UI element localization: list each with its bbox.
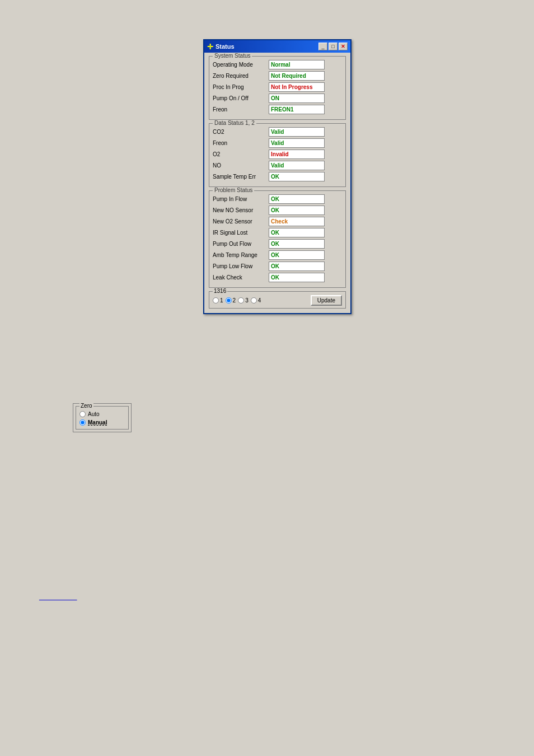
zero-group: Zero Auto Manual xyxy=(76,406,129,430)
operating-mode-row: Operating Mode Normal xyxy=(213,60,342,69)
no-label: NO xyxy=(213,162,269,169)
pump-in-flow-value: OK xyxy=(269,194,325,204)
amb-temp-range-row: Amb Temp Range OK xyxy=(213,250,342,260)
bottom-section: 1316 1 2 3 4 Update xyxy=(209,291,346,309)
zero-auto-row: Auto xyxy=(79,411,125,417)
radio-2-label: 2 xyxy=(233,297,236,304)
zero-manual-radio[interactable] xyxy=(79,419,86,426)
new-no-sensor-label: New NO Sensor xyxy=(213,207,269,213)
problem-status-label: Problem Status xyxy=(213,187,254,193)
new-no-sensor-row: New NO Sensor OK xyxy=(213,206,342,215)
status-window: ✛ Status _ □ ✕ System Status Operating M… xyxy=(203,39,352,314)
co2-value: Valid xyxy=(269,127,325,137)
pump-in-flow-row: Pump In Flow OK xyxy=(213,194,342,204)
pump-low-flow-label: Pump Low Flow xyxy=(213,263,269,269)
o2-value: Invalid xyxy=(269,150,325,159)
zero-required-label: Zero Required xyxy=(213,73,269,79)
maximize-button[interactable]: □ xyxy=(329,43,338,50)
radio-4-group: 4 xyxy=(251,297,261,304)
pump-low-flow-row: Pump Low Flow OK xyxy=(213,262,342,271)
zero-manual-row: Manual xyxy=(79,419,125,426)
co2-label: CO2 xyxy=(213,129,269,135)
radio-3[interactable] xyxy=(238,297,244,304)
sample-temp-row: Sample Temp Err OK xyxy=(213,172,342,181)
freon-data-label: Freon xyxy=(213,140,269,146)
zero-manual-label: Manual xyxy=(88,419,107,426)
new-o2-sensor-label: New O2 Sensor xyxy=(213,218,269,225)
system-status-group: System Status Operating Mode Normal Zero… xyxy=(209,56,346,120)
freon-system-label: Freon xyxy=(213,106,269,113)
leak-check-label: Leak Check xyxy=(213,274,269,281)
leak-check-row: Leak Check OK xyxy=(213,273,342,282)
ir-signal-lost-label: IR Signal Lost xyxy=(213,230,269,236)
close-button[interactable]: ✕ xyxy=(339,43,348,50)
proc-in-prog-value: Not In Progress xyxy=(269,82,325,92)
radio-1-label: 1 xyxy=(220,297,223,304)
window-title: Status xyxy=(216,43,235,50)
proc-in-prog-label: Proc In Prog xyxy=(213,84,269,90)
minimize-button[interactable]: _ xyxy=(318,43,327,50)
amb-temp-range-value: OK xyxy=(269,250,325,260)
freon-data-row: Freon Valid xyxy=(213,138,342,148)
radio-1-group: 1 xyxy=(213,297,223,304)
leak-check-value: OK xyxy=(269,273,325,282)
ir-signal-lost-value: OK xyxy=(269,228,325,237)
sample-temp-label: Sample Temp Err xyxy=(213,174,269,180)
new-o2-sensor-value: Check xyxy=(269,217,325,226)
data-status-group: Data Status 1, 2 CO2 Valid Freon Valid O… xyxy=(209,123,346,187)
ir-signal-lost-row: IR Signal Lost OK xyxy=(213,228,342,237)
o2-label: O2 xyxy=(213,151,269,157)
pump-low-flow-value: OK xyxy=(269,262,325,271)
pump-in-flow-label: Pump In Flow xyxy=(213,196,269,202)
radio-2-group: 2 xyxy=(226,297,236,304)
freon-system-row: Freon FREON1 xyxy=(213,105,342,114)
update-button[interactable]: Update xyxy=(311,295,342,306)
freon-system-value: FREON1 xyxy=(269,105,325,114)
freon-data-value: Valid xyxy=(269,138,325,148)
window-icon: ✛ xyxy=(207,43,213,51)
pump-out-flow-row: Pump Out Flow OK xyxy=(213,239,342,249)
zero-group-label: Zero xyxy=(79,403,93,409)
title-buttons: _ □ ✕ xyxy=(318,43,348,50)
o2-row: O2 Invalid xyxy=(213,150,342,159)
pump-out-flow-label: Pump Out Flow xyxy=(213,241,269,247)
radio-4[interactable] xyxy=(251,297,257,304)
new-o2-sensor-row: New O2 Sensor Check xyxy=(213,217,342,226)
amb-temp-range-label: Amb Temp Range xyxy=(213,252,269,258)
title-bar-left: ✛ Status xyxy=(207,43,235,51)
zero-window: Zero Auto Manual xyxy=(73,403,132,432)
data-status-label: Data Status 1, 2 xyxy=(213,120,256,126)
radio-1[interactable] xyxy=(213,297,219,304)
new-no-sensor-value: OK xyxy=(269,206,325,215)
title-bar: ✛ Status _ □ ✕ xyxy=(204,40,350,53)
zero-auto-label: Auto xyxy=(88,411,100,417)
bottom-group-label: 1316 xyxy=(213,288,227,294)
zero-required-row: Zero Required Not Required xyxy=(213,71,342,81)
window-content: System Status Operating Mode Normal Zero… xyxy=(204,53,350,313)
system-status-label: System Status xyxy=(213,53,252,59)
zero-required-value: Not Required xyxy=(269,71,325,81)
zero-auto-radio[interactable] xyxy=(79,411,86,417)
no-value: Valid xyxy=(269,161,325,170)
operating-mode-label: Operating Mode xyxy=(213,62,269,68)
operating-mode-value: Normal xyxy=(269,60,325,69)
co2-row: CO2 Valid xyxy=(213,127,342,137)
proc-in-prog-row: Proc In Prog Not In Progress xyxy=(213,82,342,92)
no-row: NO Valid xyxy=(213,161,342,170)
pump-on-off-label: Pump On / Off xyxy=(213,95,269,101)
pump-out-flow-value: OK xyxy=(269,239,325,249)
problem-status-group: Problem Status Pump In Flow OK New NO Se… xyxy=(209,190,346,288)
pump-on-off-value: ON xyxy=(269,94,325,103)
radio-3-label: 3 xyxy=(245,297,249,304)
radio-row: 1 2 3 4 Update xyxy=(213,295,342,306)
radio-2[interactable] xyxy=(226,297,232,304)
link-text[interactable]: ___________ xyxy=(39,594,77,600)
pump-on-off-row: Pump On / Off ON xyxy=(213,94,342,103)
radio-3-group: 3 xyxy=(238,297,249,304)
radio-4-label: 4 xyxy=(258,297,261,304)
sample-temp-value: OK xyxy=(269,172,325,181)
